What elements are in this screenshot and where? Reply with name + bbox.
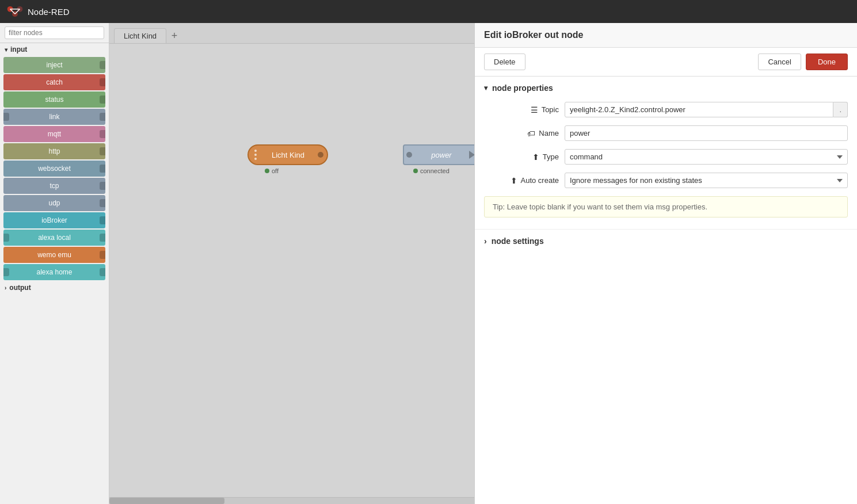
- licht-kind-dots: [251, 146, 260, 163]
- sidebar-item-wemo-emu[interactable]: wemo emu: [3, 247, 105, 263]
- topic-label: Topic: [542, 105, 559, 114]
- tcp-label: tcp: [3, 178, 105, 194]
- canvas-area: Licht Kind + Licht Kind off: [109, 23, 474, 504]
- sidebar-item-tcp[interactable]: tcp: [3, 178, 105, 194]
- link-port-right: [100, 113, 105, 121]
- topic-dot-button[interactable]: .: [833, 102, 848, 117]
- sidebar: ▾ input inject catch status link: [0, 23, 109, 504]
- sidebar-item-catch[interactable]: catch: [3, 74, 105, 90]
- topic-label-container: ☰ Topic: [484, 105, 559, 114]
- http-label: http: [3, 143, 105, 159]
- power-port-right-triangle: [469, 151, 474, 159]
- add-tab-button[interactable]: +: [166, 28, 182, 43]
- auto-create-label-container: ⬆ Auto create: [484, 176, 559, 185]
- sidebar-item-status[interactable]: status: [3, 91, 105, 108]
- sidebar-item-inject[interactable]: inject: [3, 57, 105, 73]
- node-settings-header[interactable]: › node settings: [484, 236, 848, 246]
- cancel-button[interactable]: Cancel: [758, 54, 801, 70]
- websocket-port-right: [100, 165, 105, 173]
- sidebar-item-iobroker[interactable]: ioBroker: [3, 212, 105, 228]
- type-row: ⬆ Type command state value: [484, 149, 848, 165]
- node-red-icon: [7, 6, 23, 17]
- wemo-emu-label: wemo emu: [3, 247, 105, 263]
- iobroker-port-right: [100, 216, 105, 224]
- name-row: 🏷 Name: [484, 125, 848, 141]
- canvas[interactable]: Licht Kind off power connected: [109, 44, 474, 497]
- node-properties-section: ▾ node properties ☰ Topic . 🏷 Name: [475, 77, 857, 230]
- power-node-label: power: [414, 151, 469, 159]
- flow-node-power[interactable]: power connected: [403, 144, 474, 165]
- alexa-local-port-right: [100, 234, 105, 242]
- status-label: status: [3, 91, 105, 108]
- section-input-chevron: ▾: [5, 47, 7, 53]
- link-label: link: [3, 109, 105, 125]
- name-input[interactable]: [565, 125, 848, 141]
- sidebar-item-mqtt[interactable]: mqtt: [3, 126, 105, 142]
- node-properties-label: node properties: [492, 83, 553, 93]
- inject-label: inject: [3, 57, 105, 73]
- sidebar-item-link[interactable]: link: [3, 109, 105, 125]
- wemo-emu-port-right: [100, 251, 105, 259]
- node-settings-label: node settings: [492, 236, 544, 246]
- canvas-connector-svg: [109, 44, 474, 497]
- type-icon: ⬆: [532, 152, 539, 162]
- auto-create-select[interactable]: Ignore messages for non existing states …: [565, 173, 848, 188]
- canvas-tab-licht-kind[interactable]: Licht Kind: [114, 28, 166, 43]
- sidebar-item-alexa-home[interactable]: alexa home: [3, 264, 105, 280]
- sidebar-section-output-header[interactable]: › output: [0, 281, 109, 294]
- panel-title: Edit ioBroker out node: [484, 30, 583, 40]
- panel-toolbar: Delete Cancel Done: [475, 48, 857, 77]
- topic-icon: ☰: [531, 105, 538, 114]
- app-title: Node-RED: [28, 7, 70, 17]
- link-port-left: [3, 113, 9, 121]
- sidebar-filter-area: [0, 23, 109, 43]
- udp-label: udp: [3, 195, 105, 211]
- type-select[interactable]: command state value: [565, 149, 848, 165]
- catch-port-right: [100, 78, 105, 86]
- node-settings-section: › node settings: [475, 230, 857, 253]
- mqtt-port-right: [100, 130, 105, 138]
- sidebar-item-alexa-local[interactable]: alexa local: [3, 230, 105, 246]
- alexa-home-label: alexa home: [3, 264, 105, 280]
- flow-node-licht-kind[interactable]: Licht Kind off: [247, 144, 328, 165]
- canvas-scrollbar-thumb[interactable]: [109, 498, 224, 504]
- sidebar-section-input-header[interactable]: ▾ input: [0, 43, 109, 56]
- filter-nodes-input[interactable]: [5, 26, 104, 39]
- alexa-local-label: alexa local: [3, 230, 105, 246]
- licht-kind-bottom-label: off: [265, 167, 279, 174]
- sidebar-item-websocket[interactable]: websocket: [3, 161, 105, 177]
- topic-input-group: .: [565, 102, 848, 117]
- http-port-right: [100, 147, 105, 155]
- node-properties-header[interactable]: ▾ node properties: [484, 83, 848, 93]
- status-port-right: [100, 96, 105, 104]
- iobroker-label: ioBroker: [3, 212, 105, 228]
- type-label: Type: [543, 152, 559, 161]
- app-logo: Node-RED: [7, 6, 70, 17]
- topic-input[interactable]: [565, 102, 833, 117]
- topic-row: ☰ Topic .: [484, 102, 848, 117]
- type-label-container: ⬆ Type: [484, 152, 559, 162]
- licht-kind-node-label: Licht Kind: [260, 151, 316, 159]
- sidebar-item-http[interactable]: http: [3, 143, 105, 159]
- section-output-label: output: [9, 284, 31, 292]
- auto-create-icon: ⬆: [511, 176, 517, 185]
- licht-kind-status-dot: [265, 169, 269, 173]
- power-port-left: [406, 152, 412, 158]
- catch-label: catch: [3, 74, 105, 90]
- node-settings-chevron: ›: [484, 236, 487, 246]
- canvas-scrollbar[interactable]: [109, 497, 474, 504]
- canvas-tabs: Licht Kind +: [109, 23, 474, 44]
- licht-kind-port-right: [318, 152, 323, 158]
- power-status-dot: [413, 169, 418, 173]
- panel-header: Edit ioBroker out node: [475, 23, 857, 48]
- mqtt-label: mqtt: [3, 126, 105, 142]
- licht-kind-status-text: off: [272, 167, 279, 174]
- done-button[interactable]: Done: [806, 54, 848, 70]
- tip-text: Tip: Leave topic blank if you want to se…: [493, 203, 707, 211]
- section-output-chevron: ›: [5, 285, 6, 291]
- name-icon: 🏷: [527, 129, 535, 138]
- delete-button[interactable]: Delete: [484, 54, 525, 70]
- topbar: Node-RED: [0, 0, 857, 23]
- udp-port-right: [100, 199, 105, 207]
- sidebar-item-udp[interactable]: udp: [3, 195, 105, 211]
